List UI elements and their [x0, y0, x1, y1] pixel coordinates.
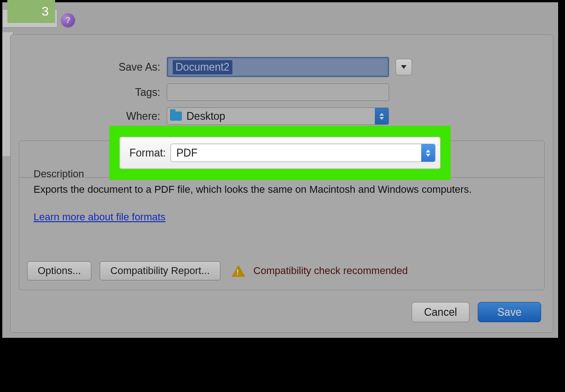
compatibility-report-button[interactable]: Compatibility Report... — [100, 261, 220, 280]
cancel-button[interactable]: Cancel — [412, 302, 469, 322]
format-row: Format: PDF — [119, 137, 441, 169]
save-as-label: Save As: — [11, 61, 167, 73]
save-dialog-sheet: Save As: Document2 Tags: Where: Desktop … — [10, 34, 554, 333]
step-number: 3 — [41, 4, 49, 19]
format-select[interactable]: PDF — [170, 144, 435, 162]
format-label: Format: — [124, 147, 170, 159]
where-stepper-icon — [375, 108, 389, 124]
tags-label: Tags: — [11, 86, 167, 99]
learn-more-link[interactable]: Learn more about file formats — [34, 211, 165, 223]
format-value: PDF — [176, 147, 198, 159]
options-row: Options... Compatibility Report... Compa… — [27, 261, 408, 280]
format-stepper-icon — [421, 144, 435, 162]
tags-row: Tags: — [11, 84, 389, 101]
where-value: Desktop — [186, 110, 225, 123]
tags-input[interactable] — [167, 84, 389, 101]
description-heading: Description — [34, 168, 84, 180]
save-as-input[interactable]: Document2 — [167, 57, 389, 77]
where-label: Where: — [11, 110, 167, 123]
warning-icon — [232, 265, 245, 277]
options-button[interactable]: Options... — [27, 261, 91, 280]
step-badge: 3 — [7, 0, 55, 23]
chevron-down-icon — [401, 65, 407, 69]
format-highlight: Format: PDF — [109, 126, 451, 180]
dialog-action-row: Cancel Save — [412, 302, 541, 322]
where-row: Where: Desktop — [11, 107, 389, 125]
description-text: Exports the document to a PDF file, whic… — [34, 184, 535, 196]
save-button[interactable]: Save — [478, 302, 541, 322]
help-icon[interactable]: ? — [61, 13, 75, 27]
save-as-row: Save As: Document2 — [11, 57, 412, 77]
save-as-value: Document2 — [173, 60, 232, 74]
where-select[interactable]: Desktop — [167, 107, 389, 125]
expand-folder-button[interactable] — [396, 59, 412, 75]
compatibility-warning-text: Compatibility check recommended — [254, 265, 408, 277]
folder-icon — [170, 112, 182, 121]
